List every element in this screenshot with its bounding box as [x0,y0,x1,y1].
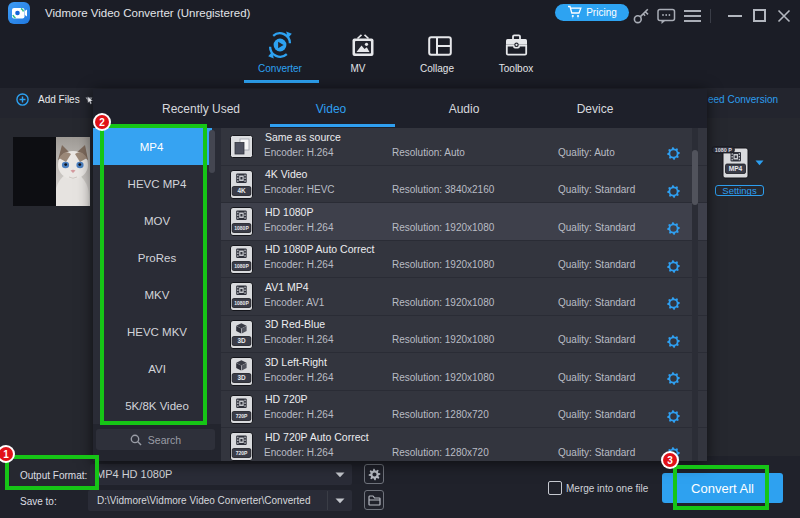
svg-text:3D: 3D [237,337,246,344]
svg-text:MP4: MP4 [729,165,743,172]
svg-text:1080P: 1080P [234,225,249,231]
svg-text:1080P: 1080P [234,263,249,269]
svg-text:4K: 4K [237,187,246,194]
svg-text:720P: 720P [236,450,248,456]
svg-text:1080P: 1080P [234,300,249,306]
svg-text:3D: 3D [237,374,246,381]
svg-text:1080 P: 1080 P [715,147,732,153]
svg-text:720P: 720P [236,413,248,419]
